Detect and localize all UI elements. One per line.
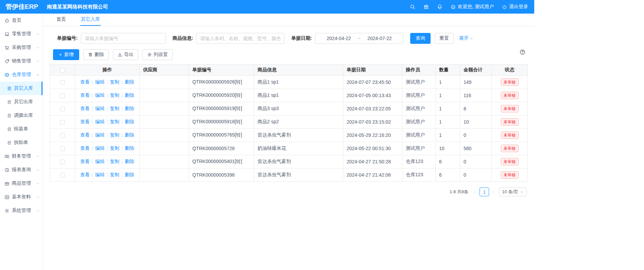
- row-action-delete[interactable]: 删除: [125, 79, 134, 85]
- sidebar-item-label: 系统管理: [12, 208, 31, 214]
- row-action-delete[interactable]: 删除: [125, 106, 134, 111]
- row-actions-cell: 查看|编辑|复制|删除: [75, 168, 140, 182]
- tab-home[interactable]: 首页: [56, 14, 67, 26]
- row-action-view[interactable]: 查看: [80, 132, 90, 138]
- product-info-cell: 商品1 sp1: [254, 89, 343, 102]
- page-size-select[interactable]: 10 条/页: [499, 187, 527, 196]
- export-button[interactable]: 导出: [113, 49, 138, 60]
- select-all-checkbox[interactable]: [60, 68, 65, 73]
- row-action-delete[interactable]: 删除: [125, 119, 134, 124]
- product-info-input[interactable]: [196, 33, 284, 44]
- row-action-edit[interactable]: 编辑: [95, 145, 105, 151]
- sidebar-item-basedata[interactable]: 基本资料: [0, 190, 42, 204]
- row-checkbox[interactable]: [60, 120, 65, 125]
- bill-no-input[interactable]: [81, 33, 166, 44]
- row-checkbox[interactable]: [60, 93, 65, 98]
- expand-link[interactable]: 展开: [459, 35, 473, 41]
- tab-other-in[interactable]: 其它入库: [80, 14, 101, 26]
- sidebar-subitem-disassembly[interactable]: 拆卸单: [0, 136, 42, 149]
- search-button[interactable]: 查询: [410, 33, 431, 44]
- row-action-edit[interactable]: 编辑: [95, 106, 105, 111]
- row-action-copy[interactable]: 复制: [110, 132, 119, 138]
- chevron-down-icon: [470, 37, 473, 40]
- row-action-copy[interactable]: 复制: [110, 92, 119, 98]
- sidebar-item-label: 采购管理: [12, 44, 31, 51]
- row-action-delete[interactable]: 删除: [125, 172, 134, 177]
- product-info-filter: 商品信息:: [173, 33, 285, 44]
- row-action-delete[interactable]: 删除: [125, 145, 134, 151]
- row-action-copy[interactable]: 复制: [110, 145, 119, 151]
- prev-page-button[interactable]: [473, 190, 476, 194]
- sidebar-item-system[interactable]: 系统管理: [0, 204, 42, 217]
- row-checkbox[interactable]: [60, 133, 65, 138]
- sidebar-item-purchase[interactable]: 采购管理: [0, 41, 42, 54]
- system-icon: [4, 208, 10, 213]
- logout-button[interactable]: 退出登录: [502, 4, 528, 10]
- row-action-view[interactable]: 查看: [80, 172, 90, 177]
- delete-button[interactable]: 删除: [83, 49, 109, 60]
- status-cell: 未审核: [492, 142, 528, 155]
- help-button[interactable]: [520, 49, 525, 55]
- row-action-edit[interactable]: 编辑: [95, 92, 105, 98]
- row-action-view[interactable]: 查看: [80, 106, 90, 111]
- row-action-edit[interactable]: 编辑: [95, 172, 105, 177]
- row-action-copy[interactable]: 复制: [110, 79, 119, 85]
- sidebar-subitem-other-out[interactable]: 其它出库: [0, 95, 42, 109]
- row-action-copy[interactable]: 复制: [110, 159, 119, 164]
- row-actions-cell: 查看|编辑|复制|删除: [75, 102, 140, 115]
- add-button[interactable]: 新增: [53, 49, 79, 60]
- search-button-label: 查询: [416, 35, 425, 41]
- sidebar-item-report[interactable]: 报表查询: [0, 163, 42, 177]
- bill-no-cell: QTRK00000005926[转]: [189, 76, 254, 89]
- row-action-edit[interactable]: 编辑: [95, 159, 105, 164]
- question-icon: [520, 49, 525, 55]
- row-action-view[interactable]: 查看: [80, 145, 90, 151]
- row-action-delete[interactable]: 删除: [125, 159, 134, 164]
- welcome-user[interactable]: 欢迎您, 测试用户: [451, 4, 494, 10]
- next-page-button[interactable]: [492, 190, 496, 194]
- bell-icon[interactable]: [437, 4, 442, 10]
- expand-link-label: 展开: [459, 35, 469, 41]
- sidebar-item-home[interactable]: 首页: [0, 14, 42, 27]
- row-action-view[interactable]: 查看: [80, 92, 90, 98]
- row-action-edit[interactable]: 编辑: [95, 132, 105, 138]
- sidebar-item-product[interactable]: 商品管理: [0, 177, 42, 190]
- amount-cell: 0: [460, 129, 492, 142]
- row-checkbox[interactable]: [60, 107, 65, 111]
- action-separator: |: [107, 172, 108, 177]
- status-cell: 未审核: [492, 76, 528, 89]
- sidebar-subitem-transfer-out[interactable]: 调拨出库: [0, 109, 42, 122]
- row-action-copy[interactable]: 复制: [110, 172, 119, 177]
- sidebar-subitem-assembly[interactable]: 组装单: [0, 122, 42, 136]
- bank-icon[interactable]: [423, 4, 429, 10]
- row-action-view[interactable]: 查看: [80, 79, 90, 85]
- row-action-copy[interactable]: 复制: [110, 106, 119, 111]
- row-action-delete[interactable]: 删除: [125, 92, 134, 98]
- search-icon[interactable]: [410, 4, 415, 10]
- current-page-button[interactable]: 1: [480, 187, 489, 196]
- sidebar-item-finance[interactable]: 财务管理: [0, 149, 42, 163]
- row-checkbox[interactable]: [60, 80, 65, 85]
- sidebar-item-retail[interactable]: 零售管理: [0, 27, 42, 41]
- column-settings-button[interactable]: 列设置: [142, 49, 173, 60]
- operator-cell: 测试用户: [402, 102, 436, 115]
- row-action-edit[interactable]: 编辑: [95, 79, 105, 85]
- bill-date-cell: 2024-05-29 22:16:20: [343, 129, 402, 142]
- row-checkbox[interactable]: [60, 173, 65, 178]
- row-action-copy[interactable]: 复制: [110, 119, 119, 124]
- row-checkbox[interactable]: [60, 146, 65, 151]
- sidebar-item-sales[interactable]: 销售管理: [0, 54, 42, 68]
- row-checkbox[interactable]: [60, 160, 65, 164]
- row-action-view[interactable]: 查看: [80, 119, 90, 124]
- row-action-delete[interactable]: 删除: [125, 132, 134, 138]
- home-icon: [4, 18, 10, 23]
- row-action-edit[interactable]: 编辑: [95, 119, 105, 124]
- row-action-view[interactable]: 查看: [80, 159, 90, 164]
- plus-icon: [58, 53, 63, 57]
- operator-cell: 仓库123: [402, 155, 436, 168]
- sidebar-subitem-other-in[interactable]: 其它入库: [0, 82, 42, 95]
- date-range-picker[interactable]: 2024-04-22 ~ 2024-07-22: [315, 33, 403, 44]
- operator-cell: 测试用户: [402, 129, 436, 142]
- sidebar-item-warehouse[interactable]: 仓库管理: [0, 68, 42, 82]
- reset-button[interactable]: 重置: [435, 33, 454, 44]
